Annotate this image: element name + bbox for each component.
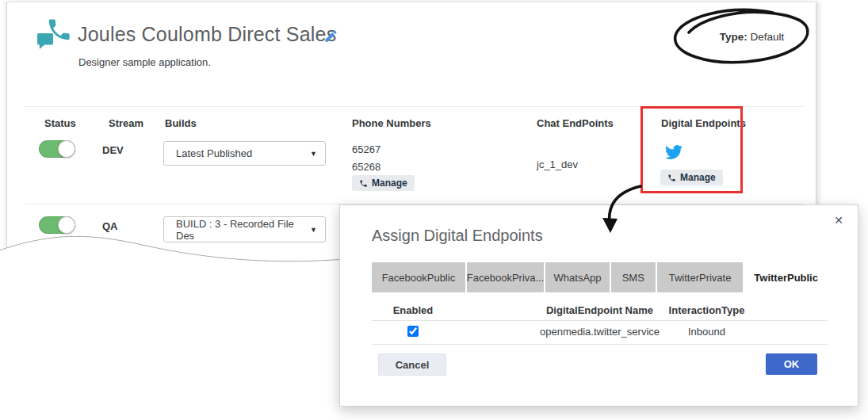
edit-title-icon[interactable]: [323, 29, 338, 44]
modal-table-divider: [372, 320, 828, 321]
app-type-label: Type:: [720, 31, 748, 43]
assign-digital-endpoints-dialog: ✕ Assign Digital Endpoints FacebookPubli…: [339, 204, 858, 407]
modal-table-divider: [372, 344, 828, 345]
col-header-phone-numbers: Phone Numbers: [352, 117, 431, 129]
page-subtitle: Designer sample application.: [78, 56, 211, 68]
tab-whatsapp[interactable]: WhatsApp: [545, 262, 609, 292]
dev-build-selected: Latest Published: [176, 147, 252, 159]
app-type-value: Default: [751, 31, 785, 43]
tab-facebookpublic[interactable]: FacebookPublic: [372, 262, 465, 292]
phone-manage-button[interactable]: Manage: [352, 175, 415, 191]
toggle-knob: [58, 140, 75, 158]
stream-name-qa: QA: [102, 220, 118, 232]
close-icon[interactable]: ✕: [834, 214, 843, 227]
page-title: Joules Coulomb Direct Sales: [78, 23, 336, 46]
chevron-down-icon: ▼: [310, 149, 317, 157]
enabled-checkbox-cell: [372, 326, 454, 340]
qa-build-dropdown[interactable]: BUILD : 3 - Recorded File Des ▼: [163, 216, 326, 242]
col-header-builds: Builds: [165, 117, 197, 129]
col-header-stream: Stream: [109, 117, 143, 129]
tab-sms[interactable]: SMS: [611, 262, 656, 292]
qa-build-selected: BUILD : 3 - Recorded File Des: [176, 218, 304, 242]
chevron-down-icon: ▼: [310, 225, 317, 233]
col-header-status: Status: [44, 117, 76, 129]
digital-endpoints-highlight-box: [640, 106, 743, 193]
tab-facebookprivate[interactable]: FacebookPriva...: [467, 262, 545, 292]
screenshot-stage: Joules Coulomb Direct Sales Designer sam…: [0, 0, 868, 420]
chat-endpoint-value: jc_1_dev: [537, 158, 578, 170]
phone-manage-label: Manage: [372, 178, 407, 189]
app-type-text: Type: Default: [683, 31, 821, 43]
phone-chat-app-icon: [36, 18, 73, 52]
modal-col-header-enabled: Enabled: [372, 304, 454, 316]
toggle-knob: [58, 216, 75, 234]
cancel-button[interactable]: Cancel: [378, 353, 446, 376]
interaction-type-value: Inbound: [645, 326, 768, 338]
qa-status-toggle[interactable]: [39, 216, 75, 234]
phone-number: 65267: [352, 143, 380, 155]
stream-name-dev: DEV: [102, 144, 124, 156]
endpoint-tabs: FacebookPublic FacebookPriva... WhatsApp…: [372, 262, 828, 292]
dev-status-toggle[interactable]: [39, 140, 75, 158]
ok-button[interactable]: OK: [766, 353, 817, 375]
phone-icon: [359, 179, 368, 188]
tab-twitterpublic[interactable]: TwitterPublic: [744, 262, 828, 292]
dialog-title: Assign Digital Endpoints: [372, 227, 543, 245]
modal-col-header-interactiontype: InteractionType: [645, 304, 768, 316]
dev-build-dropdown[interactable]: Latest Published ▼: [163, 141, 326, 166]
col-header-chat-endpoints: Chat EndPoints: [537, 117, 614, 129]
phone-number: 65268: [352, 161, 380, 173]
enabled-checkbox[interactable]: [407, 326, 419, 337]
tab-twitterprivate[interactable]: TwitterPrivate: [657, 262, 743, 292]
